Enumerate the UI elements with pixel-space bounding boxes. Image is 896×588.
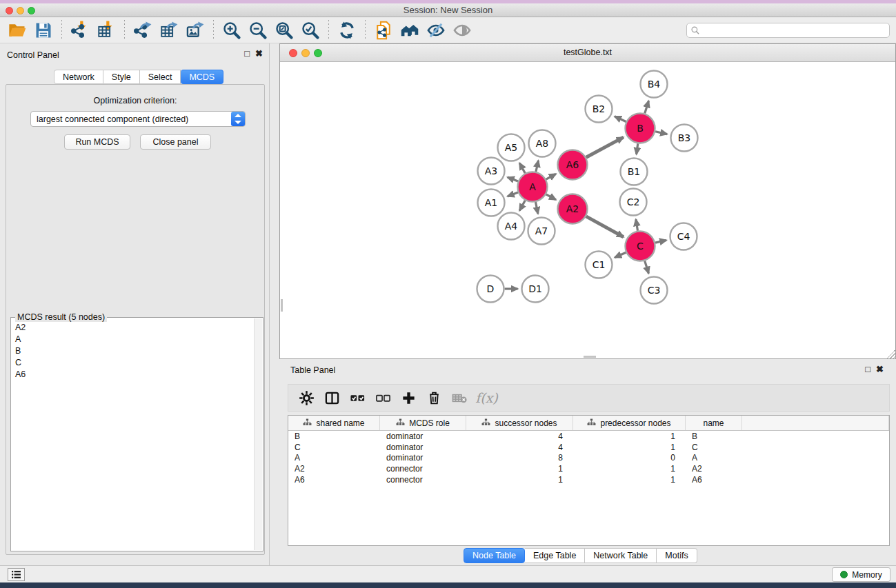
graph-node-A3[interactable]: A3 xyxy=(478,158,505,185)
table-cell[interactable]: 0 xyxy=(573,453,686,464)
export-network-button[interactable] xyxy=(130,19,156,41)
tab-network[interactable]: Network xyxy=(54,70,103,84)
duplicate-network-button[interactable] xyxy=(370,19,397,41)
refresh-layout-button[interactable] xyxy=(334,19,360,41)
graph-node-D[interactable]: D xyxy=(477,276,504,303)
graph-node-A2[interactable]: A2 xyxy=(558,194,588,224)
zoom-fit-button[interactable] xyxy=(271,19,297,41)
table-row[interactable]: A2connector11A2 xyxy=(288,463,889,474)
graph-node-A6[interactable]: A6 xyxy=(558,150,588,180)
graph-node-C4[interactable]: C4 xyxy=(670,223,697,250)
export-table-button[interactable] xyxy=(156,19,182,41)
graph-node-A7[interactable]: A7 xyxy=(528,218,555,245)
graph-edge-A-A1[interactable] xyxy=(508,192,518,196)
graph-node-B3[interactable]: B3 xyxy=(671,125,698,152)
add-column-button[interactable] xyxy=(396,387,421,409)
table-cell[interactable]: dominator xyxy=(380,442,466,453)
graph-node-B4[interactable]: B4 xyxy=(641,71,668,98)
table-cell[interactable]: A6 xyxy=(686,474,742,485)
table-cell[interactable]: dominator xyxy=(380,453,466,464)
graph-node-B1[interactable]: B1 xyxy=(621,159,648,185)
column-header-successor-nodes[interactable]: successor nodes xyxy=(466,416,573,430)
optimization-criterion-dropdown[interactable]: largest connected component (directed) xyxy=(30,111,246,127)
graph-node-A[interactable]: A xyxy=(518,172,548,202)
graph-node-C2[interactable]: C2 xyxy=(620,189,647,216)
table-settings-button[interactable] xyxy=(294,387,319,409)
table-row[interactable]: Cdominator41C xyxy=(288,442,889,453)
home-layout-button[interactable] xyxy=(397,19,423,41)
table-cell[interactable]: 1 xyxy=(466,463,573,474)
graph-edge-A-A5[interactable] xyxy=(519,163,525,173)
result-item[interactable]: A2 xyxy=(12,321,254,333)
tab-select[interactable]: Select xyxy=(140,70,181,84)
tab-network-table[interactable]: Network Table xyxy=(585,548,657,563)
result-item[interactable]: A6 xyxy=(12,368,254,380)
table-row[interactable]: A6connector11A6 xyxy=(288,474,889,485)
graph-node-A4[interactable]: A4 xyxy=(498,213,525,240)
table-cell[interactable]: connector xyxy=(380,474,466,485)
table-cell[interactable]: A2 xyxy=(686,463,742,474)
table-cell[interactable]: 4 xyxy=(466,431,573,442)
control-panel-float-button[interactable]: □ xyxy=(244,49,250,59)
control-panel-close-button[interactable]: ✖ xyxy=(255,49,263,59)
network-canvas[interactable]: B4B2BB3A5A8A6B1A3AA1C2A2A4A7C4CC1C3DD1 xyxy=(280,62,895,358)
select-all-button[interactable] xyxy=(345,387,370,409)
column-header-MCDS-role[interactable]: MCDS role xyxy=(380,416,466,430)
table-cell[interactable]: C xyxy=(686,442,742,453)
graph-edge-A-A7[interactable] xyxy=(536,202,538,214)
graph-edge-C-C2[interactable] xyxy=(636,219,638,231)
zoom-in-button[interactable] xyxy=(219,19,245,41)
tab-mcds[interactable]: MCDS xyxy=(181,70,223,84)
import-table-button[interactable] xyxy=(93,19,119,41)
graph-edge-B-B2[interactable] xyxy=(615,116,626,122)
result-item[interactable]: C xyxy=(12,356,254,368)
graph-edge-A2-C[interactable] xyxy=(586,216,624,237)
table-row[interactable]: Adominator80A xyxy=(288,453,889,464)
graph-node-A5[interactable]: A5 xyxy=(498,134,525,161)
table-cell[interactable]: A xyxy=(288,453,380,464)
graph-edge-A-A4[interactable] xyxy=(519,201,525,211)
show-details-button[interactable] xyxy=(449,19,475,41)
tab-motifs[interactable]: Motifs xyxy=(657,548,697,563)
window-resize-grip[interactable] xyxy=(886,349,895,358)
graph-edge-A-A2[interactable] xyxy=(546,194,556,200)
table-cell[interactable]: 4 xyxy=(466,442,573,453)
import-network-button[interactable] xyxy=(67,19,93,41)
result-item[interactable]: A xyxy=(12,333,254,345)
table-cell[interactable]: B xyxy=(288,431,380,442)
graph-edge-B-B4[interactable] xyxy=(645,101,649,113)
table-cell[interactable]: A6 xyxy=(288,474,380,485)
table-panel-float-button[interactable]: □ xyxy=(865,365,870,374)
save-session-button[interactable] xyxy=(30,19,57,41)
table-cell[interactable]: A xyxy=(686,453,742,464)
graph-edge-A6-B[interactable] xyxy=(586,137,624,157)
graph-node-C1[interactable]: C1 xyxy=(586,252,613,278)
table-cell[interactable]: B xyxy=(686,431,742,442)
export-image-button[interactable] xyxy=(182,19,208,41)
table-cell[interactable]: 1 xyxy=(573,474,686,485)
graph-edge-B-B3[interactable] xyxy=(655,132,667,134)
graph-node-B2[interactable]: B2 xyxy=(586,96,613,123)
table-cell[interactable]: connector xyxy=(380,463,466,474)
column-header-shared-name[interactable]: shared name xyxy=(288,416,380,430)
table-cell[interactable]: 8 xyxy=(466,453,573,464)
column-header-predecessor-nodes[interactable]: predecessor nodes xyxy=(573,416,686,430)
delete-column-button[interactable] xyxy=(421,387,447,409)
memory-button[interactable]: Memory xyxy=(832,567,890,582)
table-cell[interactable]: 1 xyxy=(573,463,686,474)
table-panel-close-button[interactable]: ✖ xyxy=(876,365,884,374)
search-input[interactable] xyxy=(700,24,889,37)
graph-node-B[interactable]: B xyxy=(626,114,655,143)
close-panel-button[interactable]: Close panel xyxy=(140,134,211,150)
table-cell[interactable]: A2 xyxy=(288,463,380,474)
column-header-name[interactable]: name xyxy=(686,416,742,430)
graph-node-D1[interactable]: D1 xyxy=(522,276,549,303)
zoom-out-button[interactable] xyxy=(245,19,271,41)
graph-node-A1[interactable]: A1 xyxy=(478,190,505,216)
table-row[interactable]: Bdominator41B xyxy=(288,431,889,442)
result-item[interactable]: B xyxy=(12,345,254,356)
open-session-button[interactable] xyxy=(4,19,30,41)
graph-edge-A-A8[interactable] xyxy=(536,161,539,172)
graph-edge-A-A6[interactable] xyxy=(546,174,556,179)
graph-edge-C-C1[interactable] xyxy=(615,252,626,257)
